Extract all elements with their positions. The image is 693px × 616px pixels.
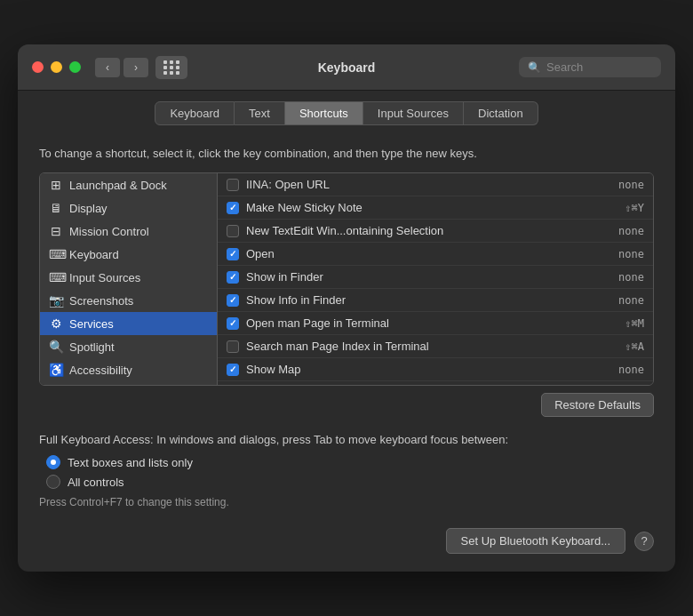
- keyboard-preferences-window: ‹ › Keyboard 🔍 Keyboard Text Shortcuts I…: [18, 44, 675, 572]
- search-icon: 🔍: [528, 61, 541, 74]
- screenshots-icon: 📷: [49, 293, 63, 308]
- input-sources-icon: ⌨: [49, 270, 63, 284]
- shortcut-name: Open: [246, 247, 611, 260]
- accessibility-icon: ♿: [49, 363, 63, 377]
- shortcut-key: ⇧⌘M: [625, 317, 644, 330]
- instruction-text: To change a shortcut, select it, click t…: [39, 147, 654, 160]
- sidebar-item-input-sources[interactable]: ⌨ Input Sources: [40, 266, 217, 289]
- shortcut-row[interactable]: New TextEdit Win...ontaining Selection n…: [218, 220, 653, 243]
- shortcut-row[interactable]: Show Info in Finder none: [218, 289, 653, 312]
- radio-item-all-controls[interactable]: All controls: [46, 475, 654, 489]
- shortcuts-list: IINA: Open URL none Make New Sticky Note…: [218, 173, 653, 385]
- bluetooth-keyboard-button[interactable]: Set Up Bluetooth Keyboard...: [446, 528, 625, 554]
- bottom-bar: Set Up Bluetooth Keyboard... ?: [39, 528, 654, 554]
- shortcut-key: none: [618, 364, 644, 376]
- shortcut-checkbox[interactable]: [227, 271, 239, 284]
- shortcut-checkbox[interactable]: [227, 364, 239, 376]
- sidebar-item-label: Services: [69, 317, 114, 331]
- sidebar-item-screenshots[interactable]: 📷 Screenshots: [40, 289, 217, 312]
- shortcut-key: none: [618, 294, 644, 307]
- sidebar-item-keyboard[interactable]: ⌨ Keyboard: [40, 243, 217, 266]
- sidebar-item-app-shortcuts[interactable]: 🏃 App Shortcuts: [40, 381, 217, 385]
- shortcut-key: none: [618, 271, 644, 284]
- help-button[interactable]: ?: [634, 532, 654, 551]
- spotlight-icon: 🔍: [49, 340, 63, 354]
- tab-shortcuts[interactable]: Shortcuts: [285, 101, 363, 125]
- sidebar-item-display[interactable]: 🖥 Display: [40, 196, 217, 220]
- shortcut-key: ⇧⌘Y: [625, 202, 644, 214]
- close-button[interactable]: [32, 61, 44, 73]
- sidebar-item-mission-control[interactable]: ⊟ Mission Control: [40, 220, 217, 243]
- tabs-bar: Keyboard Text Shortcuts Input Sources Di…: [18, 91, 675, 132]
- shortcut-row[interactable]: Summarize none: [218, 381, 653, 385]
- radio-label-all-controls: All controls: [68, 476, 124, 489]
- main-panel: ⊞ Launchpad & Dock 🖥 Display ⊟ Mission C…: [39, 172, 654, 386]
- shortcut-row[interactable]: Open man Page in Terminal ⇧⌘M: [218, 312, 653, 335]
- shortcut-name: IINA: Open URL: [246, 178, 611, 191]
- tab-input-sources[interactable]: Input Sources: [363, 101, 464, 125]
- sidebar-item-label: Launchpad & Dock: [69, 179, 167, 192]
- shortcut-key: none: [618, 248, 644, 260]
- shortcut-name: Make New Sticky Note: [246, 201, 617, 214]
- shortcut-checkbox[interactable]: [227, 340, 239, 353]
- shortcut-row[interactable]: Show in Finder none: [218, 266, 653, 289]
- nav-buttons: ‹ ›: [95, 58, 148, 77]
- mission-control-icon: ⊟: [49, 224, 63, 238]
- sidebar-item-label: Keyboard: [69, 248, 119, 261]
- radio-group: Text boxes and lists only All controls: [46, 455, 654, 489]
- maximize-button[interactable]: [69, 61, 81, 73]
- radio-item-text-boxes[interactable]: Text boxes and lists only: [46, 455, 654, 469]
- back-button[interactable]: ‹: [95, 58, 120, 77]
- sidebar-item-accessibility[interactable]: ♿ Accessibility: [40, 358, 217, 381]
- keyboard-icon: ⌨: [49, 247, 63, 261]
- shortcut-name: Search man Page Index in Terminal: [246, 340, 617, 353]
- full-keyboard-access-section: Full Keyboard Access: In windows and dia…: [39, 433, 654, 508]
- shortcut-row[interactable]: Show Map none: [218, 358, 653, 381]
- shortcut-checkbox[interactable]: [227, 202, 239, 214]
- shortcut-checkbox[interactable]: [227, 248, 239, 260]
- shortcut-name: Show in Finder: [246, 270, 611, 284]
- services-icon: ⚙: [49, 316, 63, 331]
- search-input[interactable]: [546, 60, 652, 74]
- sidebar-item-launchpad[interactable]: ⊞ Launchpad & Dock: [40, 173, 217, 196]
- launchpad-icon: ⊞: [49, 178, 63, 192]
- sidebar-item-services[interactable]: ⚙ Services: [40, 312, 217, 335]
- radio-all-controls[interactable]: [46, 475, 60, 489]
- shortcut-key: ⇧⌘A: [625, 340, 644, 353]
- shortcut-checkbox[interactable]: [227, 294, 239, 307]
- sidebar-item-label: Screenshots: [69, 294, 133, 308]
- tab-text[interactable]: Text: [235, 101, 285, 125]
- restore-defaults-button[interactable]: Restore Defaults: [541, 393, 654, 417]
- tab-keyboard[interactable]: Keyboard: [155, 101, 235, 125]
- shortcut-key: none: [618, 179, 644, 191]
- shortcut-key: none: [618, 225, 644, 237]
- shortcut-row[interactable]: Open none: [218, 243, 653, 266]
- sidebar: ⊞ Launchpad & Dock 🖥 Display ⊟ Mission C…: [40, 173, 218, 385]
- shortcut-row[interactable]: Search man Page Index in Terminal ⇧⌘A: [218, 335, 653, 358]
- shortcut-checkbox[interactable]: [227, 317, 239, 330]
- sidebar-item-label: Spotlight: [69, 340, 115, 354]
- display-icon: 🖥: [49, 201, 63, 215]
- shortcut-row[interactable]: IINA: Open URL none: [218, 173, 653, 196]
- search-box[interactable]: 🔍: [519, 57, 661, 77]
- shortcut-name: Show Map: [246, 363, 611, 376]
- forward-button[interactable]: ›: [123, 58, 148, 77]
- sidebar-item-label: Mission Control: [69, 225, 149, 238]
- radio-text-boxes[interactable]: [46, 455, 60, 469]
- restore-defaults-row: Restore Defaults: [39, 393, 654, 417]
- shortcut-checkbox[interactable]: [227, 179, 239, 191]
- grid-icon: [163, 60, 180, 75]
- grid-button[interactable]: [155, 56, 187, 79]
- shortcut-name: New TextEdit Win...ontaining Selection: [246, 224, 611, 237]
- tab-dictation[interactable]: Dictation: [464, 101, 538, 125]
- sidebar-item-label: Input Sources: [69, 271, 140, 284]
- minimize-button[interactable]: [51, 61, 62, 73]
- sidebar-item-label: Accessibility: [69, 364, 132, 377]
- traffic-lights: [32, 61, 81, 73]
- sidebar-item-spotlight[interactable]: 🔍 Spotlight: [40, 335, 217, 358]
- window-title: Keyboard: [318, 60, 376, 75]
- shortcut-row[interactable]: Make New Sticky Note ⇧⌘Y: [218, 196, 653, 220]
- hint-text: Press Control+F7 to change this setting.: [39, 496, 654, 508]
- sidebar-item-label: Display: [69, 202, 108, 215]
- shortcut-checkbox[interactable]: [227, 225, 239, 237]
